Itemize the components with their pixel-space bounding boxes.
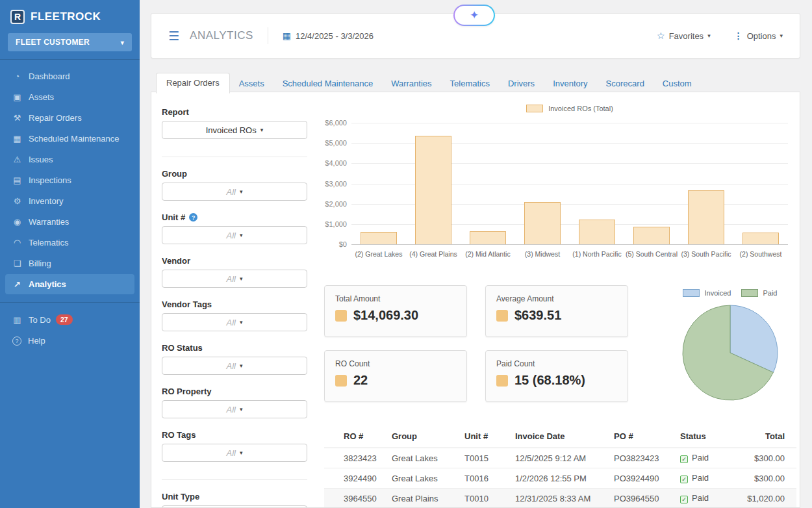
tab-telematics[interactable]: Telematics xyxy=(441,74,499,93)
legend-swatch xyxy=(683,289,700,297)
sidebar-item-billing[interactable]: ❏Billing xyxy=(5,253,134,273)
filter-label-group: Group xyxy=(162,169,307,179)
help-icon[interactable]: ? xyxy=(189,213,197,222)
filter-label-vendor: Vendor xyxy=(162,256,307,266)
filter-select-ro-property[interactable]: All▾ xyxy=(162,400,307,418)
stat-swatch xyxy=(335,375,347,387)
stat-card-average-amount: Average Amount$639.51 xyxy=(485,285,628,337)
cell-invoice-date: 1/2/2026 12:55 PM xyxy=(515,474,614,483)
chevron-down-icon: ▾ xyxy=(240,450,243,456)
tab-warranties[interactable]: Warranties xyxy=(382,74,440,93)
sidebar-item-inspections[interactable]: ▤Inspections xyxy=(5,170,134,190)
help-icon: ? xyxy=(12,337,21,346)
tab-scheduled-maintenance[interactable]: Scheduled Maintenance xyxy=(273,74,383,93)
chevron-down-icon: ▾ xyxy=(240,319,243,325)
assets-icon: ▣ xyxy=(12,92,23,102)
y-axis-tick: $0 xyxy=(322,240,347,248)
ai-assistant-button[interactable]: ✦ xyxy=(453,5,495,26)
filter-select-value: All xyxy=(227,274,236,284)
filter-label-vendor-tags: Vendor Tags xyxy=(162,299,307,309)
filter-label-text: Vendor xyxy=(162,256,190,266)
filter-divider xyxy=(162,157,307,157)
sidebar-item-issues[interactable]: ⚠Issues xyxy=(5,149,134,170)
filter-select-value: All xyxy=(227,448,236,458)
cell-status: ✓Paid xyxy=(680,493,740,503)
filter-select-unit[interactable]: All▾ xyxy=(162,226,307,244)
sidebar-item-label: Help xyxy=(28,336,45,346)
stat-card-value-row: 15 (68.18%) xyxy=(496,373,617,388)
page-title: ANALYTICS xyxy=(190,29,253,42)
filter-select-report[interactable]: Invoiced ROs▾ xyxy=(162,121,307,139)
filter-label-ro-tags: RO Tags xyxy=(162,430,307,440)
filter-label-text: RO Tags xyxy=(162,430,196,440)
cell-unit-number: T0016 xyxy=(464,474,515,483)
star-icon: ☆ xyxy=(657,31,665,41)
cell-invoice-date: 12/5/2025 9:12 AM xyxy=(515,453,614,463)
sidebar-divider xyxy=(0,59,140,60)
stat-card-value-row: 22 xyxy=(335,373,456,388)
cell-group: Great Lakes xyxy=(392,453,464,463)
sidebar-item-label: Telematics xyxy=(29,238,68,248)
options-dropdown[interactable]: ⋮ Options ▾ xyxy=(734,31,783,41)
chevron-down-icon: ▾ xyxy=(121,39,124,46)
table-row[interactable]: 3964550Great PlainsT001012/31/2025 8:33 … xyxy=(324,489,796,508)
favorites-label: Favorites xyxy=(669,31,704,41)
sidebar-item-assets[interactable]: ▣Assets xyxy=(5,87,134,107)
sidebar-item-label: Issues xyxy=(29,155,53,164)
warning-icon: ⚠ xyxy=(12,155,23,164)
filter-label-text: Vendor Tags xyxy=(162,299,212,309)
y-axis-tick: $3,000 xyxy=(322,180,347,188)
sidebar-item-telematics[interactable]: ◠Telematics xyxy=(5,233,134,253)
cell-status: ✓Paid xyxy=(680,473,740,483)
stat-card-value: $14,069.30 xyxy=(353,308,418,323)
filter-label-unit-type: Unit Type xyxy=(162,492,307,502)
sidebar-item-warranties[interactable]: ◉Warranties xyxy=(5,212,134,232)
filter-divider xyxy=(162,479,307,480)
sparkle-icon: ✦ xyxy=(455,6,494,25)
filter-select-ro-tags[interactable]: All▾ xyxy=(162,444,307,462)
filter-select-vendor[interactable]: All▾ xyxy=(162,270,307,288)
sidebar-item-to-do[interactable]: ▥To Do27 xyxy=(5,309,134,330)
fleet-customer-selector[interactable]: FLEET CUSTOMER ▾ xyxy=(8,33,132,51)
filter-label-unit: Unit #? xyxy=(162,212,307,222)
sidebar-item-repair-orders[interactable]: ⚒Repair Orders xyxy=(5,108,134,128)
tab-custom[interactable]: Custom xyxy=(653,74,701,93)
sidebar-item-label: To Do xyxy=(29,315,51,325)
sidebar-item-inventory[interactable]: ⚙Inventory xyxy=(5,191,134,211)
sidebar-item-help[interactable]: ?Help xyxy=(5,331,134,351)
menu-icon[interactable]: ☰ xyxy=(168,29,179,44)
filter-label-text: Group xyxy=(162,169,187,179)
table-header-row: RO #GroupUnit #Invoice DatePO #StatusTot… xyxy=(324,425,796,448)
tab-inventory[interactable]: Inventory xyxy=(544,74,596,93)
sidebar-item-dashboard[interactable]: ◔Dashboard xyxy=(5,66,134,86)
table-row[interactable]: 3924490Great LakesT00161/2/2026 12:55 PM… xyxy=(324,468,796,489)
filter-select-unit-type[interactable]: All▾ xyxy=(162,505,307,508)
cell-unit-number: T0010 xyxy=(464,494,515,503)
cell-ro-number: 3964550 xyxy=(344,494,392,503)
table-row[interactable]: 3823423Great LakesT001512/5/2025 9:12 AM… xyxy=(324,448,796,468)
cell-status: ✓Paid xyxy=(680,453,740,463)
sidebar-item-analytics[interactable]: ↗Analytics xyxy=(5,274,134,294)
brand: R FLEETROCK xyxy=(0,0,140,32)
paid-checkbox-icon: ✓ xyxy=(680,496,688,503)
favorites-dropdown[interactable]: ☆ Favorites ▾ xyxy=(657,31,711,41)
repair-orders-icon: ⚒ xyxy=(12,113,23,123)
sidebar-item-scheduled-maintenance[interactable]: ▦Scheduled Maintenance xyxy=(5,129,134,149)
date-range-picker[interactable]: ▦ 12/4/2025 - 3/3/2026 xyxy=(283,31,374,41)
filter-select-vendor-tags[interactable]: All▾ xyxy=(162,313,307,331)
chevron-down-icon: ▾ xyxy=(240,406,243,413)
tab-repair-orders[interactable]: Repair Orders xyxy=(156,73,230,94)
todo-badge: 27 xyxy=(56,314,73,325)
tab-scorecard[interactable]: Scorecard xyxy=(597,74,653,93)
filter-select-ro-status[interactable]: All▾ xyxy=(162,357,307,375)
pie-legend-item-paid: Paid xyxy=(741,289,777,297)
gear-icon: ⚙ xyxy=(12,196,23,206)
paid-checkbox-icon: ✓ xyxy=(680,455,688,463)
tab-drivers[interactable]: Drivers xyxy=(499,74,544,93)
tab-assets[interactable]: Assets xyxy=(230,74,273,93)
filter-select-group[interactable]: All▾ xyxy=(162,183,307,201)
fleet-customer-label: FLEET CUSTOMER xyxy=(16,38,90,47)
filter-label-text: Unit # xyxy=(162,212,185,222)
paid-checkbox-icon: ✓ xyxy=(680,476,688,483)
sidebar-item-label: Assets xyxy=(29,92,54,102)
